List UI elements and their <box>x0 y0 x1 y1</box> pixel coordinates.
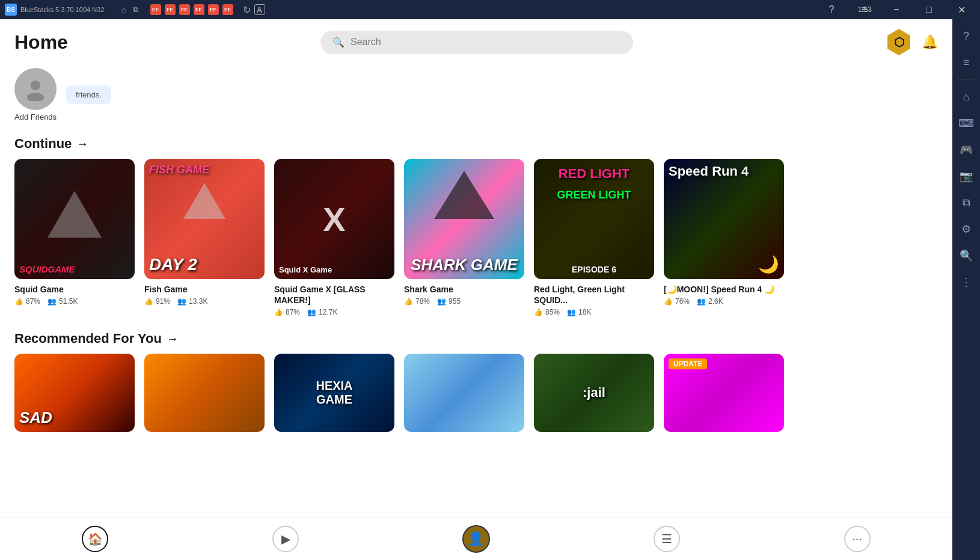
recommended-arrow: → <box>167 332 179 346</box>
like-pct-fish: 91% <box>156 297 170 306</box>
nav-avatar[interactable]: 👤 <box>458 521 494 557</box>
home-nav-icon: 🏠 <box>82 526 108 552</box>
continue-section-header[interactable]: Continue → <box>0 131 952 159</box>
app-title: BlueStacks 5.3.70.1004 N32 <box>20 6 104 13</box>
avatar-placeholder <box>14 68 57 110</box>
continue-arrow: → <box>76 137 88 151</box>
players-count-fish: 13.3K <box>189 297 207 306</box>
game-thumb-redlight: RED LIGHT GREEN LIGHT EPISODE 6 <box>534 159 654 279</box>
like-icon-shark: 👍 <box>404 297 413 306</box>
players-count-sr: 2.6K <box>708 297 723 306</box>
game-title-squidx: Squid Game X [GLASS MAKER!] <box>274 284 394 306</box>
like-icon-rl: 👍 <box>534 308 543 316</box>
keyboard-sidebar-icon[interactable]: ⌨ <box>955 112 977 134</box>
redlight-toplabel: RED LIGHT <box>539 166 649 182</box>
nav-list[interactable]: ☰ <box>649 521 685 557</box>
game-thumb-car: UPDATE <box>664 354 784 432</box>
squidx-sublabel: Squid X Game <box>279 265 390 274</box>
game-card-shark[interactable]: SHARK GAME Shark Game 👍78% 👥955 <box>404 159 524 316</box>
greenlight-label: GREEN LIGHT <box>539 189 649 202</box>
close-button[interactable]: ✕ <box>948 0 975 19</box>
nav-play[interactable]: ▶ <box>268 521 304 557</box>
help-button[interactable]: ? <box>818 0 845 19</box>
like-pct-sx: 87% <box>286 308 300 316</box>
gamepad-sidebar-icon[interactable]: 🎮 <box>955 139 977 161</box>
recommended-section-header[interactable]: Recommended For You → <box>0 326 952 354</box>
game-thumb-hexia: HEXIA GAME <box>274 354 394 432</box>
sad-label: SAD <box>19 408 52 427</box>
game-stats-squidx: 👍87% 👥12.7K <box>274 308 394 316</box>
players-count: 51.5K <box>59 297 78 306</box>
search-input[interactable] <box>351 37 621 48</box>
nav-more[interactable]: ··· <box>839 521 875 557</box>
main-content: Home 🔍 ⬡ 🔔 Add Frien <box>0 19 952 560</box>
game-card-squid[interactable]: SQUIDGAME Squid Game 👍87% 👥51.5K <box>14 159 135 316</box>
avatar-nav-icon: 👤 <box>462 525 490 553</box>
friends-section: Add Friends friends. <box>0 63 952 131</box>
game-title-squid: Squid Game <box>14 284 135 295</box>
game-card-car[interactable]: UPDATE <box>664 354 784 432</box>
ff-icon-5[interactable]: FF <box>208 4 219 15</box>
nav-home[interactable]: 🏠 <box>77 521 113 557</box>
list-nav-icon: ☰ <box>654 526 680 552</box>
game-thumb-squid: SQUIDGAME <box>14 159 135 279</box>
game-card-fish[interactable]: FISH GAME DAY 2 Fish Game 👍91% 👥13.3K <box>144 159 265 316</box>
game-stats-redlight: 👍85% 👥18K <box>534 308 654 316</box>
players-icon-fish: 👥 <box>177 297 186 306</box>
fish-triangle <box>183 183 225 219</box>
game-stats-squid: 👍87% 👥51.5K <box>14 297 135 306</box>
ff-icon-2[interactable]: FF <box>165 4 176 15</box>
squid-game-label: SQUIDGAME <box>19 264 75 274</box>
ff-icon-6[interactable]: FF <box>222 4 233 15</box>
minimize-button[interactable]: − <box>883 0 910 19</box>
camera-sidebar-icon[interactable]: 📷 <box>955 165 977 187</box>
header: Home 🔍 ⬡ 🔔 <box>0 19 952 63</box>
titlebar-home-icon[interactable]: ⌂ <box>121 5 126 15</box>
refresh-icon[interactable]: ↻ <box>243 4 251 16</box>
ff-icon-3[interactable]: FF <box>179 4 190 15</box>
game-thumb-rec2 <box>144 354 265 432</box>
game-card-rec2[interactable] <box>144 354 265 432</box>
settings-sidebar-icon[interactable]: ⚙ <box>955 218 977 240</box>
menu-sidebar-icon[interactable]: ≡ <box>955 52 977 73</box>
game-card-sky[interactable] <box>404 354 524 432</box>
notification-bell[interactable]: 🔔 <box>922 34 938 50</box>
add-friends-label[interactable]: Add Friends <box>14 112 57 122</box>
layers-sidebar-icon[interactable]: ⧉ <box>955 192 977 214</box>
players-count-sx: 12.7K <box>319 308 337 316</box>
game-card-redlight[interactable]: RED LIGHT GREEN LIGHT EPISODE 6 Red Ligh… <box>534 159 654 316</box>
game-thumb-shark: SHARK GAME <box>404 159 524 279</box>
game-card-speedrun[interactable]: Speed Run 4 🌙 [🌙MOON!] Speed Run 4 🌙 👍76… <box>664 159 784 316</box>
players-icon: 👥 <box>47 297 57 306</box>
titlebar-multi-icon[interactable]: ⧉ <box>133 5 138 14</box>
header-right: ⬡ 🔔 <box>886 29 938 55</box>
question-icon[interactable]: ? <box>955 25 977 47</box>
recommended-games-row: SAD HEXIA GAME :jail <box>0 354 952 442</box>
search-bar[interactable]: 🔍 <box>320 31 633 54</box>
players-count-shark: 955 <box>449 297 461 306</box>
continue-games-row: SQUIDGAME Squid Game 👍87% 👥51.5K FISH GA… <box>0 159 952 326</box>
like-pct: 87% <box>26 297 40 306</box>
players-icon-shark: 👥 <box>437 297 446 306</box>
search-sidebar-icon[interactable]: 🔍 <box>955 245 977 266</box>
home-sidebar-icon[interactable]: ⌂ <box>955 86 977 108</box>
game-card-hexia[interactable]: HEXIA GAME <box>274 354 394 432</box>
game-card-jail[interactable]: :jail <box>534 354 654 432</box>
ff-icon-1[interactable]: FF <box>150 4 161 15</box>
more-sidebar-icon[interactable]: ⋮ <box>955 271 977 293</box>
game-card-sad[interactable]: SAD <box>14 354 135 432</box>
maximize-button[interactable]: □ <box>915 0 943 19</box>
game-card-squidx[interactable]: X Squid X Game Squid Game X [GLASS MAKER… <box>274 159 394 316</box>
game-thumb-sky <box>404 354 524 432</box>
game-thumb-sad: SAD <box>14 354 135 432</box>
bottom-nav: 🏠 ▶ 👤 ☰ ··· <box>0 517 952 560</box>
recommended-title: Recommended For You <box>14 331 162 346</box>
players-icon-sx: 👥 <box>307 308 316 316</box>
game-title-shark: Shark Game <box>404 284 524 295</box>
a-icon[interactable]: A <box>254 4 265 15</box>
ff-icon-4[interactable]: FF <box>194 4 204 15</box>
game-thumb-jail: :jail <box>534 354 654 432</box>
friends-invite-text: friends. <box>76 90 102 99</box>
play-nav-icon: ▶ <box>272 526 299 552</box>
hex-button[interactable]: ⬡ <box>886 29 912 55</box>
